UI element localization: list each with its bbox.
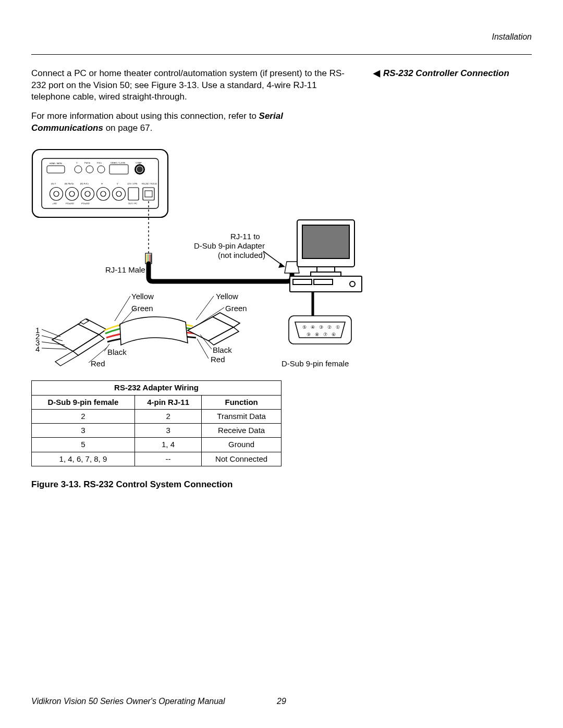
header-rule bbox=[31, 54, 532, 55]
label-black-l: Black bbox=[107, 347, 127, 357]
th-func: Function bbox=[202, 395, 282, 409]
para-2-a: For more information about using this co… bbox=[31, 111, 259, 121]
cell: 3 bbox=[134, 424, 201, 438]
svg-text:④: ④ bbox=[311, 325, 315, 330]
svg-rect-21 bbox=[145, 191, 152, 197]
cell: Not Connected bbox=[202, 452, 282, 466]
table-row: 3 3 Receive Data bbox=[32, 424, 282, 438]
svg-line-76 bbox=[115, 296, 130, 321]
svg-text:PCfa/SD: PCfa/SD bbox=[66, 202, 74, 205]
cell: 1, 4 bbox=[134, 438, 201, 452]
th-dsub: D-Sub 9-pin female bbox=[32, 395, 135, 409]
svg-line-69 bbox=[42, 329, 60, 337]
svg-point-18 bbox=[116, 191, 121, 196]
svg-text:PCfa/SD: PCfa/SD bbox=[81, 202, 90, 205]
svg-text:(B) Pb/Cb: (B) Pb/Cb bbox=[65, 182, 74, 185]
svg-text:(G) Y: (G) Y bbox=[51, 182, 56, 185]
svg-text:⑦: ⑦ bbox=[323, 332, 327, 337]
label-not-included: (not included) bbox=[218, 250, 265, 261]
svg-rect-6 bbox=[109, 165, 128, 174]
svg-text:Pb/Cb: Pb/Cb bbox=[84, 162, 91, 164]
svg-text:Pr/Cr: Pr/Cr bbox=[97, 162, 102, 164]
label-green-l: Green bbox=[131, 303, 153, 314]
svg-text:Y: Y bbox=[76, 162, 78, 164]
svg-text:⑤: ⑤ bbox=[302, 325, 307, 330]
label-yellow-r: Yellow bbox=[216, 291, 238, 302]
svg-text:(R) Pr/Cr: (R) Pr/Cr bbox=[80, 182, 89, 185]
svg-line-83 bbox=[197, 339, 209, 359]
back-arrow-icon: ◀ bbox=[373, 68, 380, 80]
svg-text:⑥: ⑥ bbox=[332, 332, 336, 337]
cell: Ground bbox=[202, 438, 282, 452]
cell: 2 bbox=[134, 409, 201, 423]
svg-rect-2 bbox=[47, 166, 65, 173]
th-rj11: 4-pin RJ-11 bbox=[134, 395, 201, 409]
footer-page-number: 29 bbox=[277, 696, 286, 707]
cell: Transmit Data bbox=[202, 409, 282, 423]
svg-rect-52 bbox=[314, 279, 333, 285]
svg-rect-47 bbox=[302, 225, 349, 258]
para-2: For more information about using this co… bbox=[31, 110, 354, 134]
cell: Receive Data bbox=[202, 424, 282, 438]
cell: 2 bbox=[32, 409, 135, 423]
svg-text:③: ③ bbox=[319, 325, 323, 330]
cell: 1, 4, 6, 7, 8, 9 bbox=[32, 452, 135, 466]
cell: -- bbox=[134, 452, 201, 466]
svg-text:⑨: ⑨ bbox=[307, 332, 311, 337]
svg-rect-48 bbox=[317, 267, 335, 272]
table-row: 2 2 Transmit Data bbox=[32, 409, 282, 423]
table-row: 5 1, 4 Ground bbox=[32, 438, 282, 452]
wiring-table: RS-232 Adapter Wiring D-Sub 9-pin female… bbox=[31, 380, 282, 466]
label-red-r: Red bbox=[211, 354, 225, 365]
svg-text:H: H bbox=[101, 182, 103, 185]
svg-text:12V / 4 PN: 12V / 4 PN bbox=[127, 182, 137, 185]
svg-rect-19 bbox=[128, 188, 139, 200]
svg-point-10 bbox=[54, 191, 59, 196]
cell: 5 bbox=[32, 438, 135, 452]
svg-marker-67 bbox=[55, 351, 78, 366]
svg-point-5 bbox=[97, 166, 105, 173]
svg-text:⑧: ⑧ bbox=[315, 332, 319, 337]
svg-text:+/SD: +/SD bbox=[52, 202, 57, 205]
svg-text:OUT / PC: OUT / PC bbox=[128, 202, 137, 205]
figure-3-13-diagram: HDMI / IMON YPb/CbPr/Cr VIDEO / C-SYN CO… bbox=[31, 147, 365, 371]
footer-manual-title: Vidikron Vision 50 Series Owner's Operat… bbox=[31, 696, 225, 707]
svg-point-16 bbox=[101, 191, 106, 196]
svg-text:HDMI / IMON: HDMI / IMON bbox=[50, 162, 62, 165]
svg-text:①: ① bbox=[336, 325, 340, 330]
section-title: RS-232 Controller Connection bbox=[383, 68, 509, 78]
cell: 3 bbox=[32, 424, 135, 438]
svg-text:②: ② bbox=[327, 325, 332, 330]
table-row: 1, 4, 6, 7, 8, 9 -- Not Connected bbox=[32, 452, 282, 466]
label-dsub-female: D-Sub 9-pin female bbox=[282, 359, 349, 369]
label-rj11-male: RJ-11 Male bbox=[105, 265, 145, 275]
svg-rect-49 bbox=[311, 272, 341, 276]
svg-rect-51 bbox=[293, 279, 312, 285]
svg-point-3 bbox=[75, 166, 82, 173]
svg-point-8 bbox=[137, 166, 143, 173]
page-footer: Vidikron Vision 50 Series Owner's Operat… bbox=[31, 696, 532, 707]
pin-4: 4 bbox=[35, 344, 40, 354]
svg-line-72 bbox=[42, 348, 67, 349]
para-1: Connect a PC or home theater control/aut… bbox=[31, 68, 354, 104]
svg-text:COMP: COMP bbox=[136, 162, 142, 164]
label-yellow-l: Yellow bbox=[131, 291, 154, 302]
label-red-l: Red bbox=[91, 359, 105, 369]
svg-text:VIDEO / C-SYN: VIDEO / C-SYN bbox=[111, 162, 125, 164]
para-2-c: on page 67. bbox=[103, 123, 153, 133]
figure-caption: Figure 3-13. RS-232 Control System Conne… bbox=[31, 479, 532, 491]
svg-point-14 bbox=[85, 191, 90, 196]
svg-point-53 bbox=[350, 281, 355, 287]
svg-point-4 bbox=[86, 166, 93, 173]
svg-text:V: V bbox=[117, 182, 118, 185]
table-title: RS-232 Adapter Wiring bbox=[32, 381, 282, 395]
label-green-r: Green bbox=[225, 303, 247, 314]
svg-point-12 bbox=[69, 191, 75, 196]
chapter-header: Installation bbox=[31, 31, 532, 43]
svg-text:RS-232 / RJ11&: RS-232 / RJ11& bbox=[142, 182, 157, 185]
